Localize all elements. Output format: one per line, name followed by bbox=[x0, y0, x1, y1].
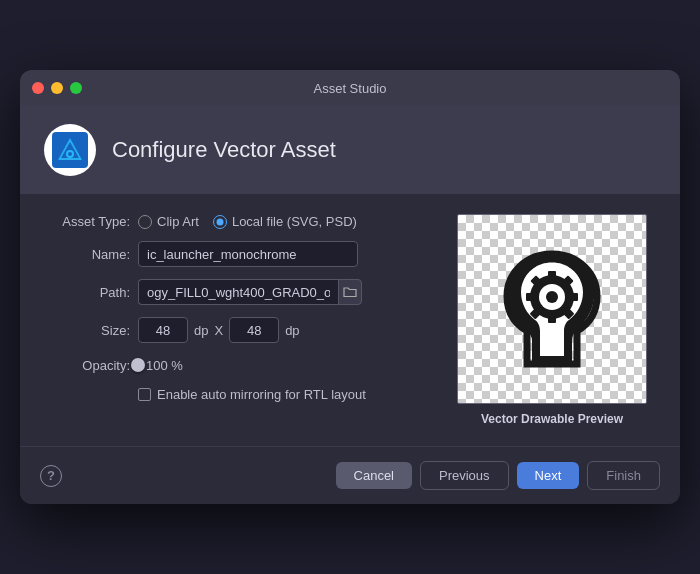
brain-gear-preview-icon bbox=[477, 234, 627, 384]
rtl-checkbox-label: Enable auto mirroring for RTL layout bbox=[157, 387, 366, 402]
header-icon bbox=[44, 124, 96, 176]
size-height-input[interactable] bbox=[229, 317, 279, 343]
rtl-checkbox[interactable] bbox=[138, 388, 151, 401]
size-x-sep: X bbox=[214, 323, 223, 338]
asset-type-radio-group: Clip Art Local file (SVG, PSD) bbox=[138, 214, 357, 229]
next-button[interactable]: Next bbox=[517, 462, 580, 489]
name-input[interactable] bbox=[138, 241, 358, 267]
local-file-radio-circle bbox=[213, 215, 227, 229]
android-studio-icon bbox=[52, 132, 88, 168]
size-inputs: dp X dp bbox=[138, 317, 300, 343]
folder-icon bbox=[343, 285, 357, 299]
svg-rect-10 bbox=[526, 293, 535, 301]
opacity-value: 100 % bbox=[146, 358, 183, 373]
clip-art-radio-label: Clip Art bbox=[157, 214, 199, 229]
local-file-radio[interactable]: Local file (SVG, PSD) bbox=[213, 214, 357, 229]
maximize-button[interactable] bbox=[70, 82, 82, 94]
svg-point-2 bbox=[68, 152, 72, 156]
svg-point-6 bbox=[546, 291, 558, 303]
dialog-footer: ? Cancel Previous Next Finish bbox=[20, 446, 680, 504]
size-label: Size: bbox=[48, 323, 130, 338]
help-button[interactable]: ? bbox=[40, 465, 62, 487]
finish-button[interactable]: Finish bbox=[587, 461, 660, 490]
opacity-label: Opacity: bbox=[48, 358, 130, 373]
size-width-input[interactable] bbox=[138, 317, 188, 343]
title-bar: Asset Studio bbox=[20, 70, 680, 106]
opacity-row: Opacity: 100 % bbox=[48, 355, 432, 375]
clip-art-radio-circle bbox=[138, 215, 152, 229]
size-row: Size: dp X dp bbox=[48, 317, 432, 343]
path-label: Path: bbox=[48, 285, 130, 300]
dialog-header: Configure Vector Asset bbox=[20, 106, 680, 194]
preview-section: Vector Drawable Preview bbox=[452, 214, 652, 426]
path-row: Path: bbox=[48, 279, 432, 305]
cancel-button[interactable]: Cancel bbox=[336, 462, 412, 489]
close-button[interactable] bbox=[32, 82, 44, 94]
size-dp-h: dp bbox=[285, 323, 299, 338]
traffic-lights bbox=[32, 82, 82, 94]
path-input[interactable] bbox=[138, 279, 338, 305]
minimize-button[interactable] bbox=[51, 82, 63, 94]
main-window: Asset Studio Configure Vector Asset Asse… bbox=[20, 70, 680, 504]
content-area: Asset Type: Clip Art Local file (SVG, PS… bbox=[20, 194, 680, 446]
size-dp-w: dp bbox=[194, 323, 208, 338]
opacity-control: 100 % bbox=[138, 355, 183, 375]
window-title: Asset Studio bbox=[314, 81, 387, 96]
preview-canvas bbox=[457, 214, 647, 404]
slider-thumb bbox=[131, 358, 145, 372]
form-section: Asset Type: Clip Art Local file (SVG, PS… bbox=[48, 214, 432, 426]
asset-type-row: Asset Type: Clip Art Local file (SVG, PS… bbox=[48, 214, 432, 229]
clip-art-radio[interactable]: Clip Art bbox=[138, 214, 199, 229]
svg-rect-7 bbox=[548, 271, 556, 280]
svg-rect-9 bbox=[569, 293, 578, 301]
path-input-group bbox=[138, 279, 362, 305]
preview-label: Vector Drawable Preview bbox=[481, 412, 623, 426]
name-row: Name: bbox=[48, 241, 432, 267]
path-browse-button[interactable] bbox=[338, 279, 362, 305]
checkbox-row: Enable auto mirroring for RTL layout bbox=[138, 387, 432, 402]
svg-rect-3 bbox=[540, 356, 564, 364]
svg-rect-8 bbox=[548, 314, 556, 323]
previous-button[interactable]: Previous bbox=[420, 461, 509, 490]
dialog-title: Configure Vector Asset bbox=[112, 137, 336, 163]
name-label: Name: bbox=[48, 247, 130, 262]
footer-button-group: Cancel Previous Next Finish bbox=[336, 461, 660, 490]
asset-type-label: Asset Type: bbox=[48, 214, 130, 229]
local-file-radio-label: Local file (SVG, PSD) bbox=[232, 214, 357, 229]
